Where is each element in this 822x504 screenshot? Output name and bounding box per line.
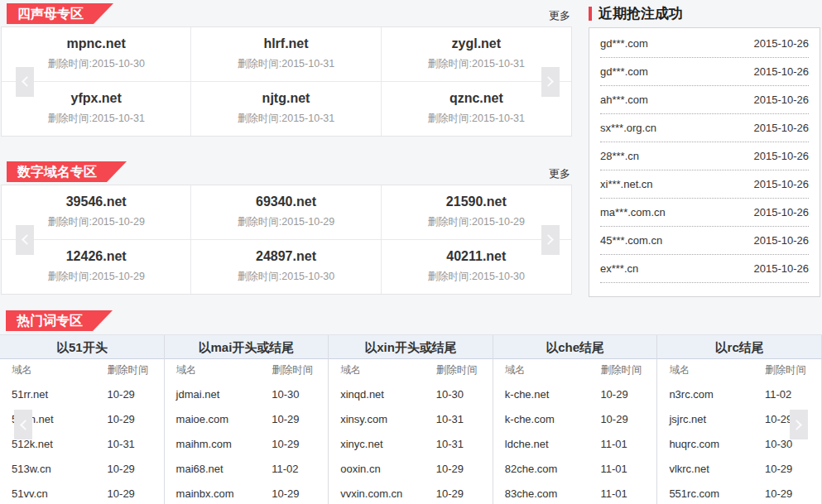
table-row[interactable]: maihm.com 10-29 bbox=[165, 431, 329, 456]
carousel-next-button[interactable] bbox=[541, 225, 560, 255]
table-row[interactable]: 83che.com 11-01 bbox=[493, 481, 657, 504]
domain-card[interactable]: njtg.net 删除时间:2015-10-31 bbox=[191, 82, 381, 136]
table-title: 以che结尾 bbox=[493, 335, 657, 359]
four-letter-header: 四声母专区 更多 bbox=[1, 0, 572, 24]
column-header-delete: 删除时间 bbox=[272, 363, 328, 377]
list-item[interactable]: ex***.cn 2015-10-26 bbox=[600, 255, 809, 283]
recent-success-title: 近期抢注成功 bbox=[589, 5, 820, 22]
card-domain: mpnc.net bbox=[2, 36, 190, 51]
table-row[interactable]: 51rr.net 10-29 bbox=[0, 382, 164, 406]
table-row[interactable]: vlkrc.net 10-29 bbox=[657, 456, 821, 481]
row-domain: vlkrc.net bbox=[669, 463, 765, 475]
column-header-delete: 删除时间 bbox=[600, 363, 656, 377]
table-row[interactable]: ldche.net 11-01 bbox=[493, 431, 657, 456]
table-row[interactable]: 551rc.com 10-29 bbox=[657, 481, 821, 504]
table-row[interactable]: ooxin.cn 10-29 bbox=[329, 456, 493, 481]
chevron-right-icon bbox=[791, 420, 802, 430]
card-domain: 69340.net bbox=[191, 194, 380, 209]
list-item[interactable]: 45***.com.cn 2015-10-26 bbox=[600, 227, 809, 255]
card-domain: hlrf.net bbox=[191, 36, 380, 51]
section-four-letter: 四声母专区 更多 mpnc.net 删除时间:2015-10-30 hlrf.n… bbox=[1, 0, 572, 137]
domain-card[interactable]: 24897.net 删除时间:2015-10-30 bbox=[191, 240, 381, 294]
carousel-next-button[interactable] bbox=[790, 410, 808, 439]
row-date: 10-30 bbox=[436, 388, 493, 401]
row-domain: 51rr.net bbox=[12, 388, 108, 401]
item-domain: xi***.net.cn bbox=[600, 178, 653, 190]
recent-success-panel: 近期抢注成功 gd***.com 2015-10-26 gd***.com 20… bbox=[589, 5, 820, 297]
row-date: 10-29 bbox=[272, 438, 328, 450]
table-row[interactable]: k-che.com 10-29 bbox=[493, 406, 657, 431]
table-row[interactable]: mainbx.com 10-29 bbox=[165, 481, 329, 504]
table-row[interactable]: xinyc.net 10-31 bbox=[329, 431, 493, 456]
domain-card[interactable]: 69340.net 删除时间:2015-10-29 bbox=[191, 185, 381, 240]
chevron-right-icon bbox=[543, 76, 554, 87]
table-row[interactable]: vvxin.com.cn 10-29 bbox=[329, 481, 493, 504]
carousel-prev-button[interactable] bbox=[16, 225, 34, 255]
table-column-headers: 域名 删除时间 bbox=[165, 359, 329, 382]
table-row[interactable]: maioe.com 10-29 bbox=[165, 406, 329, 431]
card-delete-time: 删除时间:2015-10-31 bbox=[2, 112, 190, 126]
domain-card[interactable]: hlrf.net 删除时间:2015-10-31 bbox=[191, 27, 381, 82]
list-item[interactable]: ah***.com 2015-10-26 bbox=[600, 86, 809, 114]
numeric-more-link[interactable]: 更多 bbox=[549, 166, 570, 181]
carousel-next-button[interactable] bbox=[541, 67, 560, 97]
row-domain: mainbx.com bbox=[176, 487, 272, 500]
list-item[interactable]: 28***.cn 2015-10-26 bbox=[600, 142, 809, 170]
list-item[interactable]: ma***.com.cn 2015-10-26 bbox=[600, 199, 809, 227]
hot-table-mai: 以mai开头或结尾 域名 删除时间 jdmai.net 10-30 maioe.… bbox=[165, 335, 329, 504]
row-date: 10-29 bbox=[765, 487, 821, 500]
chevron-right-icon bbox=[543, 234, 554, 245]
four-letter-card-grid: mpnc.net 删除时间:2015-10-30 hlrf.net 删除时间:2… bbox=[1, 26, 572, 137]
list-item[interactable]: xi***.net.cn 2015-10-26 bbox=[600, 170, 809, 199]
table-row[interactable]: mai68.net 11-02 bbox=[165, 456, 329, 481]
column-header-domain: 域名 bbox=[505, 363, 601, 377]
list-item[interactable]: sx***.org.cn 2015-10-26 bbox=[600, 114, 809, 142]
row-domain: mai68.net bbox=[176, 463, 272, 475]
table-row[interactable]: xinsy.com 10-31 bbox=[329, 406, 493, 431]
carousel-prev-button[interactable] bbox=[16, 67, 34, 97]
column-header-domain: 域名 bbox=[669, 363, 765, 377]
row-domain: xinqd.net bbox=[340, 388, 436, 401]
hot-words-tables: 以51开头 域名 删除时间 51rr.net 10-29 51nn.net 10… bbox=[0, 334, 822, 504]
row-date: 10-29 bbox=[272, 413, 328, 425]
row-domain: ooxin.cn bbox=[340, 463, 436, 475]
row-date: 11-02 bbox=[765, 388, 821, 401]
card-delete-time: 删除时间:2015-10-30 bbox=[191, 270, 380, 284]
numeric-ribbon-title: 数字域名专区 bbox=[7, 161, 127, 182]
item-date: 2015-10-26 bbox=[754, 206, 810, 218]
four-letter-ribbon-title: 四声母专区 bbox=[7, 3, 113, 24]
hot-words-header: 热门词专区 bbox=[0, 309, 822, 334]
row-date: 10-31 bbox=[436, 413, 493, 425]
hot-table-xin: 以xin开头或结尾 域名 删除时间 xinqd.net 10-30 xinsy.… bbox=[329, 335, 493, 504]
list-item[interactable]: gd***.com 2015-10-26 bbox=[600, 58, 809, 86]
row-domain: k-che.net bbox=[505, 388, 601, 401]
item-domain: 28***.cn bbox=[600, 150, 639, 162]
item-date: 2015-10-26 bbox=[754, 262, 810, 275]
table-row[interactable]: 51vv.cn 10-29 bbox=[0, 481, 164, 504]
row-domain: vvxin.com.cn bbox=[340, 487, 436, 500]
section-numeric: 数字域名专区 更多 39546.net 删除时间:2015-10-29 6934… bbox=[1, 158, 572, 295]
table-row[interactable]: xinqd.net 10-30 bbox=[329, 382, 493, 406]
four-letter-more-link[interactable]: 更多 bbox=[549, 8, 570, 23]
item-date: 2015-10-26 bbox=[754, 37, 810, 50]
item-domain: gd***.com bbox=[600, 37, 648, 50]
row-date: 10-29 bbox=[108, 487, 164, 500]
column-header-domain: 域名 bbox=[12, 363, 108, 377]
table-column-headers: 域名 删除时间 bbox=[329, 359, 493, 382]
item-date: 2015-10-26 bbox=[754, 234, 810, 247]
card-delete-time: 删除时间:2015-10-31 bbox=[191, 112, 380, 126]
card-delete-time: 删除时间:2015-10-29 bbox=[191, 215, 380, 229]
list-item[interactable]: gd***.com 2015-10-26 bbox=[600, 30, 809, 58]
table-row[interactable]: 82che.com 11-01 bbox=[493, 456, 657, 481]
row-date: 10-29 bbox=[600, 388, 656, 401]
row-date: 10-29 bbox=[436, 463, 493, 475]
carousel-prev-button[interactable] bbox=[14, 410, 32, 439]
column-header-domain: 域名 bbox=[176, 363, 272, 377]
table-row[interactable]: k-che.net 10-29 bbox=[493, 382, 657, 406]
table-row[interactable]: jdmai.net 10-30 bbox=[165, 382, 329, 406]
recent-success-list: gd***.com 2015-10-26 gd***.com 2015-10-2… bbox=[589, 27, 820, 297]
card-delete-time: 删除时间:2015-10-31 bbox=[191, 57, 380, 71]
table-row[interactable]: 513w.cn 10-29 bbox=[0, 456, 164, 481]
table-column-headers: 域名 删除时间 bbox=[493, 359, 657, 382]
table-row[interactable]: n3rc.com 11-02 bbox=[657, 382, 821, 406]
